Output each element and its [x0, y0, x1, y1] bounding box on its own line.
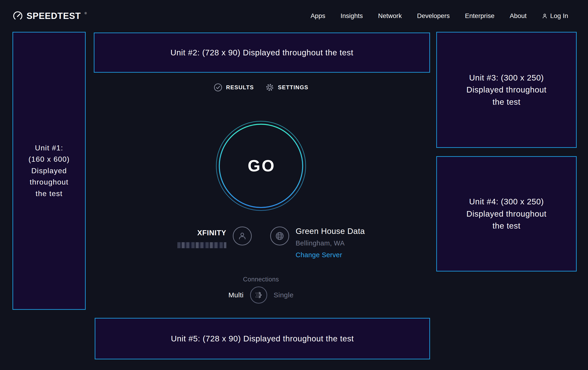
- nav-item-enterprise[interactable]: Enterprise: [465, 12, 494, 20]
- tabs-row: RESULTS SETTINGS: [86, 83, 436, 92]
- globe-icon: [270, 227, 289, 245]
- ad-text-line: Unit #3: (300 x 250): [469, 72, 544, 84]
- ad-unit-1-skyscraper[interactable]: Unit #1: (160 x 600) Displayed throughou…: [12, 32, 86, 310]
- check-circle-icon: [214, 83, 222, 92]
- server-block: Green House Data Bellingham, WA Change S…: [261, 227, 436, 259]
- connections-toggle-button[interactable]: [250, 287, 267, 304]
- tab-settings[interactable]: SETTINGS: [265, 83, 308, 92]
- isp-name: XFINITY: [197, 229, 226, 237]
- connections-single-label[interactable]: Single: [274, 291, 294, 299]
- ad-text-line: the test: [492, 96, 520, 108]
- ad-text-line: throughout: [30, 177, 68, 188]
- server-name: Green House Data: [296, 227, 365, 236]
- ad-text-line: Unit #4: (300 x 250): [469, 196, 544, 208]
- logo-text: SPEEDTEST: [27, 11, 81, 21]
- connections-toggle-row: Multi Single: [86, 287, 436, 304]
- login-button[interactable]: Log In: [542, 12, 568, 20]
- ad-unit-4-rectangle[interactable]: Unit #4: (300 x 250) Displayed throughou…: [436, 156, 577, 271]
- ad-unit-3-rectangle[interactable]: Unit #3: (300 x 250) Displayed throughou…: [436, 32, 577, 148]
- main-content: RESULTS SETTINGS: [86, 0, 436, 370]
- ad-text-line: Unit #1:: [35, 142, 63, 154]
- ad-text-line: Displayed throughout: [467, 84, 547, 96]
- go-label: GO: [216, 121, 306, 211]
- change-server-link[interactable]: Change Server: [296, 251, 342, 259]
- server-location: Bellingham, WA: [296, 240, 345, 247]
- gear-icon: [265, 83, 274, 92]
- tab-settings-label: SETTINGS: [278, 84, 308, 91]
- nav-item-about[interactable]: About: [510, 12, 526, 20]
- ad-text-line: the test: [36, 188, 63, 200]
- connections-multi-label[interactable]: Multi: [228, 291, 244, 299]
- go-button[interactable]: GO: [216, 121, 306, 211]
- multi-arrows-icon: [254, 290, 263, 300]
- tab-results-label: RESULTS: [226, 84, 254, 91]
- speedtest-gauge-icon: [13, 11, 23, 21]
- user-icon: [542, 13, 547, 19]
- tab-results[interactable]: RESULTS: [214, 83, 254, 92]
- ad-text-line: Displayed: [31, 165, 67, 177]
- login-label: Log In: [550, 12, 568, 20]
- isp-user-icon: [233, 227, 252, 245]
- isp-ip-redacted: [177, 242, 226, 248]
- isp-block: XFINITY: [86, 227, 261, 259]
- ad-text-line: Displayed throughout: [467, 208, 547, 220]
- connections-label: Connections: [86, 276, 436, 283]
- speedtest-logo[interactable]: SPEEDTEST ®: [13, 11, 87, 21]
- connection-info-row: XFINITY Green House Data: [86, 227, 436, 259]
- ad-text-line: the test: [492, 220, 520, 232]
- ad-text-line: (160 x 600): [28, 154, 70, 165]
